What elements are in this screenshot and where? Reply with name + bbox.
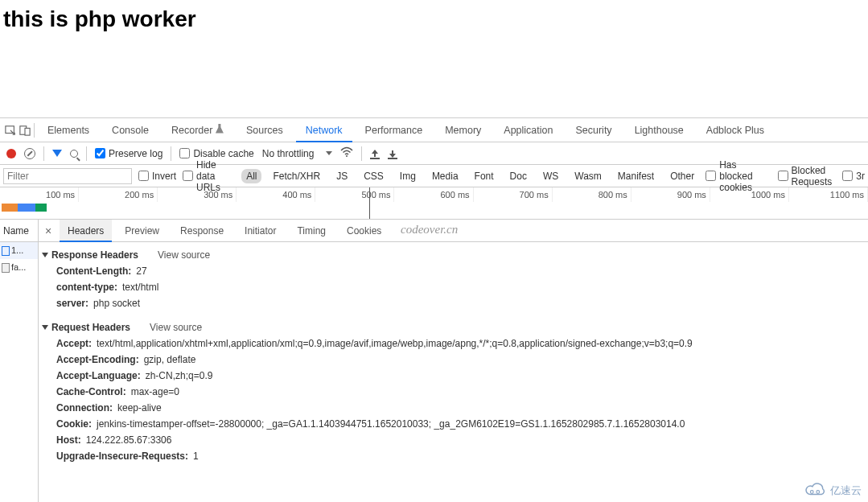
type-ws[interactable]: WS bbox=[538, 169, 563, 183]
type-fetch-xhr[interactable]: Fetch/XHR bbox=[268, 169, 325, 183]
header-item: Upgrade-Insecure-Requests:1 bbox=[42, 448, 868, 464]
detail-tab-cookies[interactable]: Cookies bbox=[339, 220, 389, 242]
request-row[interactable]: fa... bbox=[0, 259, 38, 276]
network-conditions-icon[interactable] bbox=[340, 146, 353, 160]
invert-checkbox[interactable]: Invert bbox=[138, 171, 176, 182]
tick: 100 ms bbox=[0, 187, 79, 202]
tick: 200 ms bbox=[79, 187, 158, 202]
type-css[interactable]: CSS bbox=[359, 169, 389, 183]
tab-console[interactable]: Console bbox=[102, 118, 158, 142]
tick: 700 ms bbox=[474, 187, 553, 202]
type-media[interactable]: Media bbox=[427, 169, 463, 183]
detail-tab-initiator[interactable]: Initiator bbox=[237, 220, 284, 242]
tick: 1100 ms bbox=[789, 187, 868, 202]
name-column: Name 1... fa... bbox=[0, 220, 39, 502]
caret-down-icon bbox=[42, 325, 48, 330]
type-doc[interactable]: Doc bbox=[505, 169, 532, 183]
timeline-bars bbox=[2, 204, 47, 212]
timeline-overview[interactable]: 100 ms 200 ms 300 ms 400 ms 500 ms 600 m… bbox=[0, 187, 868, 220]
filter-input[interactable] bbox=[3, 168, 132, 184]
header-item: Cache-Control:max-age=0 bbox=[42, 384, 868, 400]
type-wasm[interactable]: Wasm bbox=[570, 169, 607, 183]
detail-tabs: × Headers Preview Response Initiator Tim… bbox=[39, 220, 868, 242]
tick: 300 ms bbox=[158, 187, 237, 202]
svg-point-5 bbox=[817, 491, 820, 494]
page-content: this is php worker bbox=[0, 0, 868, 39]
tab-adblock[interactable]: Adblock Plus bbox=[697, 118, 774, 142]
tab-memory[interactable]: Memory bbox=[435, 118, 491, 142]
record-button[interactable] bbox=[6, 149, 16, 158]
request-headers-section[interactable]: Request Headers View source bbox=[42, 319, 868, 335]
tab-application[interactable]: Application bbox=[494, 118, 562, 142]
svg-point-4 bbox=[810, 491, 813, 494]
response-headers-section[interactable]: Response Headers View source bbox=[42, 247, 868, 263]
tick: 900 ms bbox=[631, 187, 710, 202]
devtools-tab-bar: Elements Console Recorder Sources Networ… bbox=[0, 118, 868, 142]
svg-point-3 bbox=[346, 155, 348, 157]
device-toolbar-icon[interactable] bbox=[19, 125, 31, 136]
page-heading: this is php worker bbox=[3, 6, 865, 32]
detail-tab-headers[interactable]: Headers bbox=[60, 220, 112, 242]
tab-performance[interactable]: Performance bbox=[356, 118, 433, 142]
upload-har-icon[interactable] bbox=[370, 148, 380, 159]
preserve-log-checkbox[interactable]: Preserve log bbox=[95, 148, 162, 159]
name-header[interactable]: Name bbox=[0, 220, 38, 242]
third-party-checkbox[interactable]: 3r bbox=[842, 171, 865, 182]
view-source-link[interactable]: View source bbox=[150, 322, 202, 333]
type-all[interactable]: All bbox=[241, 169, 261, 183]
header-item: server:php socket bbox=[42, 295, 868, 311]
tab-security[interactable]: Security bbox=[566, 118, 621, 142]
detail-tab-preview[interactable]: Preview bbox=[117, 220, 167, 242]
tab-recorder[interactable]: Recorder bbox=[162, 118, 233, 142]
separator bbox=[361, 146, 362, 161]
filter-icon[interactable] bbox=[52, 150, 62, 157]
tab-sources[interactable]: Sources bbox=[237, 118, 293, 142]
throttling-select[interactable]: No throttling bbox=[262, 148, 332, 159]
header-item: Accept:text/html,application/xhtml+xml,a… bbox=[42, 335, 868, 352]
tick: 400 ms bbox=[237, 187, 315, 202]
blocked-requests-checkbox[interactable]: Blocked Requests bbox=[778, 165, 837, 187]
separator bbox=[34, 123, 35, 138]
tab-elements[interactable]: Elements bbox=[38, 118, 99, 142]
chevron-down-icon bbox=[326, 151, 332, 155]
inspect-element-icon[interactable] bbox=[5, 125, 16, 136]
tab-network[interactable]: Network bbox=[296, 118, 352, 142]
timeline-ticks: 100 ms 200 ms 300 ms 400 ms 500 ms 600 m… bbox=[0, 187, 868, 202]
tab-lighthouse[interactable]: Lighthouse bbox=[625, 118, 693, 142]
close-detail-button[interactable]: × bbox=[42, 224, 55, 237]
headers-pane[interactable]: Response Headers View source Content-Len… bbox=[39, 242, 868, 502]
separator bbox=[86, 146, 87, 161]
type-manifest[interactable]: Manifest bbox=[613, 169, 659, 183]
detail-area: Name 1... fa... × Headers Preview Respon… bbox=[0, 220, 868, 502]
detail-tab-response[interactable]: Response bbox=[172, 220, 232, 242]
type-js[interactable]: JS bbox=[331, 169, 352, 183]
header-item: Accept-Encoding:gzip, deflate bbox=[42, 352, 868, 368]
download-har-icon[interactable] bbox=[388, 148, 397, 159]
devtools-panel: Elements Console Recorder Sources Networ… bbox=[0, 117, 868, 502]
header-item: Content-Length:27 bbox=[42, 263, 868, 279]
search-icon[interactable] bbox=[70, 150, 78, 158]
type-img[interactable]: Img bbox=[395, 169, 421, 183]
tick: 600 ms bbox=[394, 187, 473, 202]
view-source-link[interactable]: View source bbox=[158, 249, 210, 261]
caret-down-icon bbox=[42, 253, 48, 257]
type-other[interactable]: Other bbox=[665, 169, 699, 183]
disable-cache-checkbox[interactable]: Disable cache bbox=[179, 148, 253, 159]
separator bbox=[171, 146, 171, 161]
type-font[interactable]: Font bbox=[470, 169, 499, 183]
brand-logo: 亿速云 bbox=[803, 483, 862, 499]
beta-icon bbox=[216, 124, 224, 134]
detail-column: × Headers Preview Response Initiator Tim… bbox=[39, 220, 868, 502]
header-item: Connection:keep-alive bbox=[42, 400, 868, 416]
request-row[interactable]: 1... bbox=[0, 242, 38, 259]
clear-button[interactable] bbox=[24, 148, 35, 159]
header-item: content-type:text/html bbox=[42, 279, 868, 295]
header-item: Host:124.222.85.67:3306 bbox=[42, 432, 868, 448]
timeline-cursor bbox=[369, 187, 370, 219]
detail-tab-timing[interactable]: Timing bbox=[289, 220, 334, 242]
watermark: codeover.cn bbox=[401, 223, 458, 237]
separator bbox=[43, 146, 44, 161]
header-item: Cookie:jenkins-timestamper-offset=-28800… bbox=[42, 416, 868, 432]
header-item: Accept-Language:zh-CN,zh;q=0.9 bbox=[42, 368, 868, 384]
svg-rect-2 bbox=[25, 128, 30, 135]
